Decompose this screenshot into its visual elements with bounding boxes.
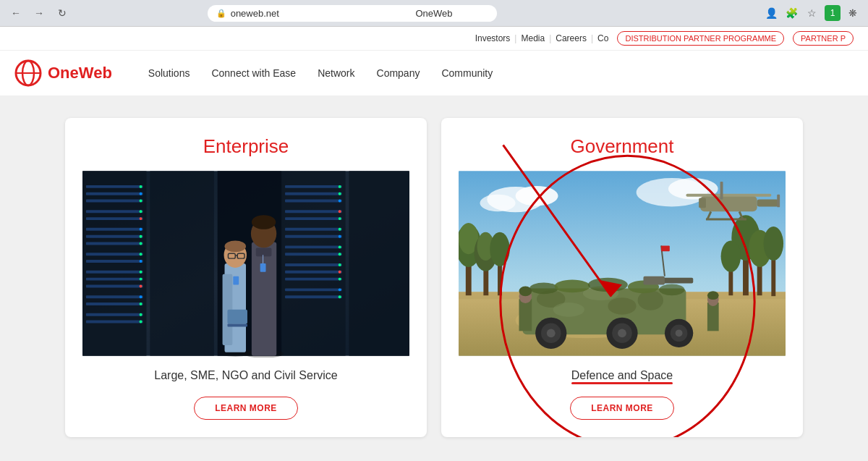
svg-point-68	[339, 288, 341, 291]
svg-rect-57	[285, 253, 342, 255]
partner-btn[interactable]: PARTNER P	[793, 31, 854, 46]
svg-point-22	[140, 235, 142, 238]
svg-point-65	[339, 278, 341, 281]
svg-rect-67	[285, 295, 342, 298]
svg-rect-142	[700, 196, 757, 212]
back-button[interactable]: ←	[7, 4, 25, 22]
svg-rect-146	[720, 182, 723, 200]
svg-point-12	[140, 193, 142, 195]
svg-point-63	[339, 263, 341, 266]
svg-point-141	[707, 291, 719, 300]
address-bar[interactable]: 🔒 oneweb.net	[208, 5, 497, 22]
separator-2: |	[549, 33, 551, 43]
main-content: Enterprise	[0, 96, 868, 459]
browser-toolbar: ← → ↻ 🔒 oneweb.net OneWeb 👤 🧩 ☆ 1 ❋	[0, 0, 868, 26]
svg-rect-81	[233, 276, 239, 285]
svg-rect-28	[86, 271, 143, 274]
svg-rect-147	[777, 195, 780, 208]
nav-community[interactable]: Community	[441, 67, 493, 79]
government-title: Government	[459, 135, 786, 158]
nav-company[interactable]: Company	[377, 67, 420, 79]
svg-point-118	[553, 303, 584, 317]
nav-network[interactable]: Network	[318, 67, 354, 79]
nav-solutions[interactable]: Solutions	[148, 67, 190, 79]
svg-rect-145	[686, 194, 771, 197]
svg-rect-48	[285, 210, 342, 213]
svg-point-46	[339, 193, 341, 195]
svg-point-120	[529, 283, 558, 295]
logo-area[interactable]: OneWeb	[14, 59, 112, 87]
government-card: Government	[441, 118, 803, 437]
svg-point-117	[638, 290, 663, 310]
svg-rect-18	[86, 228, 143, 231]
svg-rect-4	[82, 171, 146, 355]
svg-rect-44	[285, 200, 342, 203]
svg-rect-24	[86, 253, 143, 255]
svg-rect-56	[285, 245, 342, 248]
svg-rect-34	[86, 295, 143, 298]
svg-rect-14	[86, 210, 143, 213]
svg-rect-15	[86, 217, 143, 220]
svg-point-21	[140, 228, 142, 231]
enterprise-title: Enterprise	[82, 135, 409, 158]
svg-rect-53	[285, 235, 342, 238]
enterprise-card: Enterprise	[65, 118, 427, 437]
svg-point-138	[519, 286, 532, 296]
svg-rect-8	[86, 185, 143, 188]
svg-point-105	[490, 232, 510, 266]
svg-point-13	[140, 200, 142, 203]
bookmark-icon[interactable]: ☆	[804, 5, 820, 21]
careers-link[interactable]: Careers	[556, 33, 587, 43]
svg-point-122	[588, 278, 628, 292]
separator-3: |	[591, 33, 593, 43]
svg-rect-87	[260, 263, 266, 272]
url-text: oneweb.net	[231, 8, 279, 19]
svg-rect-10	[86, 200, 143, 203]
svg-rect-139	[707, 303, 719, 331]
svg-point-41	[140, 321, 142, 323]
investors-link[interactable]: Investors	[475, 33, 511, 43]
profile-icon[interactable]: 👤	[764, 5, 780, 21]
svg-rect-143	[757, 200, 778, 207]
svg-point-111	[764, 227, 784, 261]
svg-rect-20	[86, 242, 143, 245]
contact-link[interactable]: Co	[597, 33, 608, 43]
svg-rect-30	[86, 284, 143, 287]
distribution-partner-btn[interactable]: DISTRIBUTION PARTNER PROGRAMME	[617, 31, 784, 46]
svg-point-69	[339, 295, 341, 298]
extension-icon[interactable]: 🧩	[784, 5, 800, 21]
top-bar: Investors | Media | Careers | Co DISTRIB…	[0, 27, 868, 51]
browser-chrome: ← → ↻ 🔒 oneweb.net OneWeb 👤 🧩 ☆ 1 ❋	[0, 0, 868, 27]
enterprise-image	[82, 169, 409, 358]
svg-rect-5	[150, 171, 213, 355]
extension2-icon[interactable]: ❋	[845, 5, 861, 21]
svg-rect-60	[285, 263, 342, 266]
svg-rect-62	[285, 278, 342, 281]
svg-point-58	[339, 245, 341, 248]
svg-point-36	[140, 295, 142, 298]
svg-rect-9	[86, 193, 143, 195]
enterprise-learn-more-btn[interactable]: LEARN MORE	[194, 397, 298, 420]
military-svg	[459, 169, 786, 358]
nav-connect[interactable]: Connect with Ease	[211, 67, 296, 79]
svg-rect-29	[86, 278, 143, 281]
svg-rect-74	[227, 310, 247, 324]
main-nav: OneWeb Solutions Connect with Ease Netwo…	[0, 51, 868, 96]
svg-rect-19	[86, 235, 143, 238]
svg-rect-52	[285, 228, 342, 231]
media-link[interactable]: Media	[521, 33, 545, 43]
refresh-button[interactable]: ↻	[54, 4, 71, 22]
svg-point-17	[140, 217, 142, 220]
svg-point-127	[547, 329, 556, 337]
logo-icon	[14, 59, 42, 87]
svg-point-50	[339, 210, 341, 213]
svg-rect-135	[643, 276, 664, 285]
tab-icon[interactable]: 1	[825, 5, 841, 21]
svg-point-47	[339, 200, 341, 203]
government-learn-more-btn[interactable]: LEARN MORE	[570, 397, 674, 420]
government-image	[459, 169, 786, 358]
svg-rect-39	[86, 321, 143, 323]
forward-button[interactable]: →	[30, 4, 48, 22]
svg-point-26	[140, 253, 142, 255]
svg-point-51	[339, 217, 341, 220]
